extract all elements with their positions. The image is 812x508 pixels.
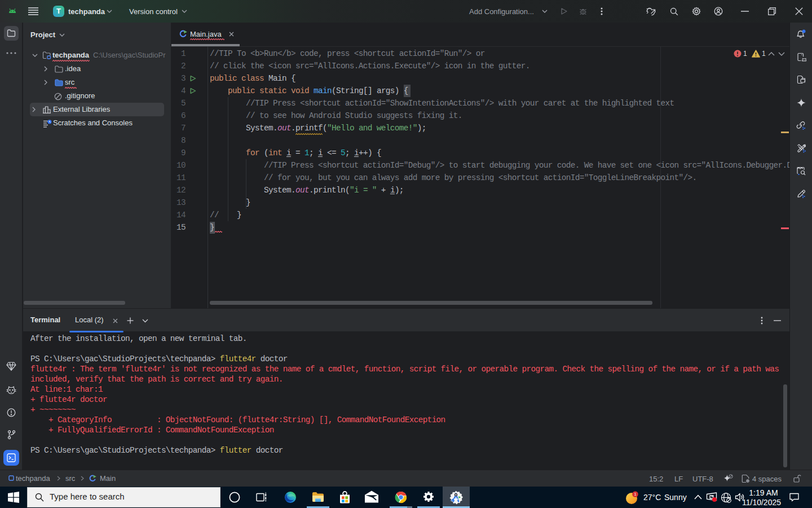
svg-text:1: 1 [634, 492, 636, 497]
